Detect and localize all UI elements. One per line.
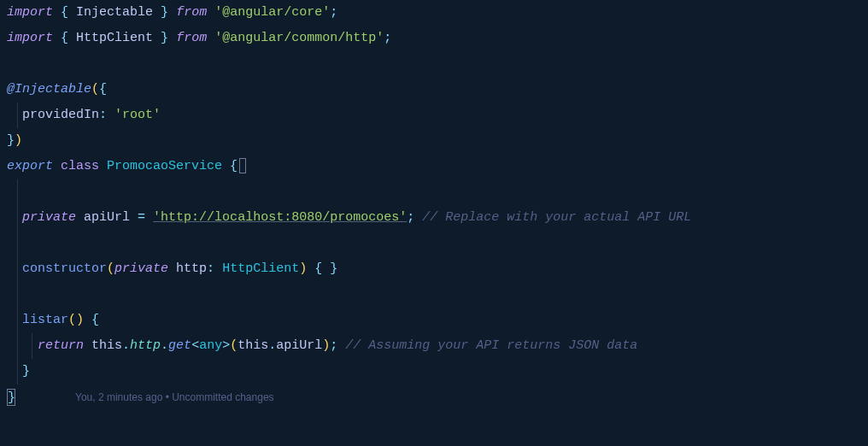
decorator-name: Injectable [15, 82, 91, 97]
brace: { [61, 5, 68, 20]
code-line[interactable]: @Injectable({ [7, 77, 861, 103]
keyword-class: class [61, 159, 99, 173]
brace: } [7, 133, 15, 148]
dot: . [268, 338, 276, 353]
code-line[interactable]: providedIn: 'root' [7, 103, 861, 128]
dot: . [161, 338, 168, 353]
brace: } [22, 364, 30, 379]
code-line[interactable] [7, 51, 861, 77]
paren: ( [68, 313, 76, 327]
this-keyword: this [238, 338, 268, 353]
parameter-name: http [176, 261, 207, 276]
semicolon: ; [330, 338, 337, 353]
method-call: get [168, 338, 191, 353]
brace: { [91, 313, 99, 327]
property-name: providedIn [22, 108, 99, 122]
semicolon: ; [384, 31, 391, 45]
paren: ) [322, 338, 330, 353]
code-line[interactable]: return this.http.get<any>(this.apiUrl); … [7, 333, 861, 359]
constructor-keyword: constructor [22, 261, 107, 276]
code-line[interactable]: listar() { [7, 308, 861, 333]
paren: ) [299, 261, 307, 276]
identifier: Injectable [76, 5, 153, 20]
brace: { [61, 31, 68, 45]
code-line[interactable]: }) [7, 128, 861, 154]
paren: ( [230, 338, 238, 353]
method-name: listar [22, 313, 68, 327]
string-literal: '@angular/common/http' [214, 31, 384, 45]
paren: ) [15, 133, 22, 148]
brace: } [330, 261, 337, 276]
keyword-private: private [114, 261, 168, 276]
decorator-at: @ [7, 82, 15, 97]
code-line[interactable]: export class PromocaoService { [7, 154, 861, 179]
brace: { [230, 159, 238, 173]
keyword-return: return [38, 338, 84, 353]
comment: // Replace with your actual API URL [422, 210, 691, 225]
brace: } [161, 31, 168, 45]
property-name: apiUrl [84, 210, 130, 225]
this-keyword: this [91, 338, 122, 353]
type-any: any [199, 338, 222, 353]
code-line[interactable]: constructor(private http: HttpClient) { … [7, 256, 861, 282]
dot: . [122, 338, 130, 353]
code-line[interactable]: import { HttpClient } from '@angular/com… [7, 26, 861, 51]
keyword-from: from [176, 5, 207, 20]
brace: { [99, 82, 107, 97]
git-blame-annotation[interactable]: You, 2 minutes ago • Uncommitted changes [75, 391, 274, 403]
colon: : [207, 261, 214, 276]
keyword-export: export [7, 159, 53, 173]
string-literal: '@angular/core' [214, 5, 330, 20]
code-line[interactable] [7, 231, 861, 256]
code-line[interactable]: } [7, 359, 861, 384]
semicolon: ; [407, 210, 414, 225]
code-line[interactable]: import { Injectable } from '@angular/cor… [7, 0, 861, 26]
brace: { [314, 261, 322, 276]
keyword-private: private [22, 210, 76, 225]
keyword-import: import [7, 5, 53, 20]
code-line[interactable] [7, 179, 861, 205]
code-line[interactable] [7, 282, 861, 308]
equals: = [138, 210, 145, 225]
brace: } [161, 5, 168, 20]
property-access: http [130, 338, 161, 353]
semicolon: ; [330, 5, 337, 20]
string-literal: 'root' [114, 108, 161, 122]
code-line[interactable]: private apiUrl = 'http://localhost:8080/… [7, 205, 861, 231]
identifier: HttpClient [76, 31, 153, 45]
angle-bracket: < [191, 338, 199, 353]
angle-bracket: > [222, 338, 230, 353]
type-name: HttpClient [222, 261, 299, 276]
colon: : [99, 108, 107, 122]
paren: ( [107, 261, 114, 276]
code-editor[interactable]: import { Injectable } from '@angular/cor… [0, 0, 868, 410]
code-line[interactable]: } You, 2 minutes ago • Uncommitted chang… [7, 384, 861, 410]
comment: // Assuming your API returns JSON data [345, 338, 637, 353]
paren: ) [76, 313, 84, 327]
string-url[interactable]: 'http://localhost:8080/promocoes' [153, 210, 407, 225]
property-access: apiUrl [276, 338, 322, 353]
keyword-from: from [176, 31, 207, 45]
closing-brace-highlighted: } [7, 389, 15, 406]
paren: ( [91, 82, 99, 97]
class-name: PromocaoService [107, 159, 222, 173]
keyword-import: import [7, 31, 53, 45]
cursor-icon [239, 158, 246, 173]
